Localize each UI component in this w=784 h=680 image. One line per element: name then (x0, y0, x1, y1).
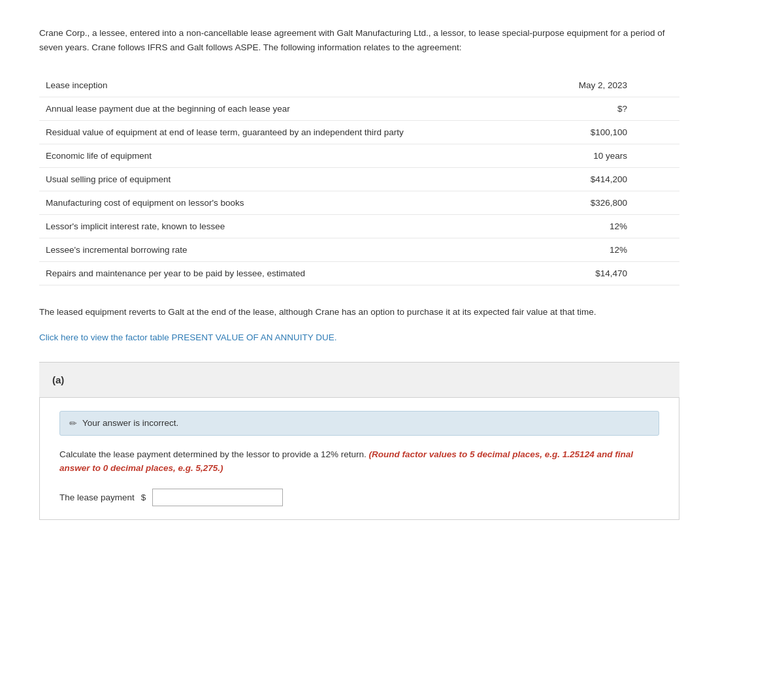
table-row: Manufacturing cost of equipment on lesso… (39, 191, 679, 215)
dollar-sign: $ (141, 493, 146, 502)
row-label: Economic life of equipment (39, 144, 487, 168)
table-row: Lessee's incremental borrowing rate12% (39, 238, 679, 262)
answer-section: ✏ Your answer is incorrect. Calculate th… (39, 397, 679, 520)
row-value: 10 years (487, 144, 679, 168)
section-a-label: (a) (52, 374, 64, 385)
instruction-part1: Calculate the lease payment determined b… (59, 449, 369, 459)
info-table: Lease inceptionMay 2, 2023Annual lease p… (39, 74, 679, 285)
table-row: Usual selling price of equipment$414,200 (39, 168, 679, 191)
lease-payment-label: The lease payment (59, 493, 135, 502)
row-value: May 2, 2023 (487, 74, 679, 97)
row-value: $14,470 (487, 262, 679, 285)
row-label: Lessee's incremental borrowing rate (39, 238, 487, 262)
lease-payment-input[interactable] (152, 489, 283, 506)
row-value: 12% (487, 238, 679, 262)
table-row: Economic life of equipment10 years (39, 144, 679, 168)
lease-payment-row: The lease payment $ (59, 489, 659, 506)
row-label: Lease inception (39, 74, 487, 97)
row-value: $100,100 (487, 121, 679, 144)
row-label: Manufacturing cost of equipment on lesso… (39, 191, 487, 215)
section-a-header: (a) (39, 363, 679, 397)
incorrect-banner: ✏ Your answer is incorrect. (59, 411, 659, 436)
table-row: Annual lease payment due at the beginnin… (39, 97, 679, 121)
incorrect-message: Your answer is incorrect. (82, 418, 178, 428)
table-row: Repairs and maintenance per year to be p… (39, 262, 679, 285)
table-row: Residual value of equipment at end of le… (39, 121, 679, 144)
table-row: Lessor's implicit interest rate, known t… (39, 215, 679, 238)
row-value: $414,200 (487, 168, 679, 191)
narrative-text: The leased equipment reverts to Galt at … (39, 305, 679, 319)
row-label: Lessor's implicit interest rate, known t… (39, 215, 487, 238)
row-value: $? (487, 97, 679, 121)
pencil-icon: ✏ (69, 418, 77, 429)
intro-paragraph: Crane Corp., a lessee, entered into a no… (39, 26, 679, 54)
row-value: 12% (487, 215, 679, 238)
table-row: Lease inceptionMay 2, 2023 (39, 74, 679, 97)
row-label: Repairs and maintenance per year to be p… (39, 262, 487, 285)
instruction-text: Calculate the lease payment determined b… (59, 447, 659, 476)
factor-table-link[interactable]: Click here to view the factor table PRES… (39, 332, 679, 342)
row-label: Annual lease payment due at the beginnin… (39, 97, 487, 121)
row-label: Residual value of equipment at end of le… (39, 121, 487, 144)
row-label: Usual selling price of equipment (39, 168, 487, 191)
row-value: $326,800 (487, 191, 679, 215)
